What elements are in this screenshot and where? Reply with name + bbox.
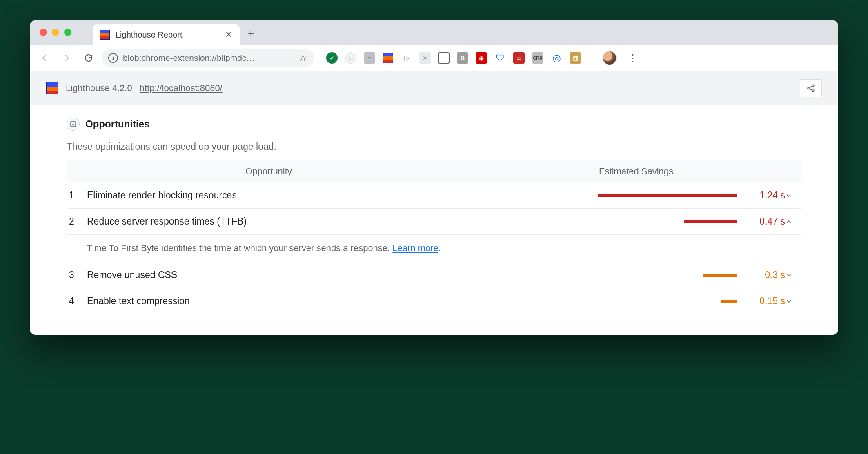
extension-icon[interactable]: ※ xyxy=(419,52,431,64)
opportunity-detail: Time To First Byte identifies the time a… xyxy=(67,235,801,262)
extension-icon[interactable]: {·} xyxy=(401,52,412,64)
close-window-button[interactable] xyxy=(40,29,47,36)
lighthouse-favicon-icon xyxy=(100,30,110,40)
extension-icon[interactable]: ✓ xyxy=(326,52,338,64)
extension-icon[interactable] xyxy=(438,52,450,64)
browser-toolbar: i blob:chrome-extension://blipmdc… ☆ ✓ ☺… xyxy=(30,45,838,71)
share-button[interactable] xyxy=(800,79,822,97)
extension-icon[interactable]: ◉ xyxy=(476,52,487,64)
tested-url-link[interactable]: http://localhost:8080/ xyxy=(140,83,223,93)
section-title: Opportunities xyxy=(85,118,149,130)
maximize-window-button[interactable] xyxy=(64,29,71,36)
column-opportunity: Opportunity xyxy=(67,160,471,182)
savings-bar-container xyxy=(593,194,740,197)
site-info-icon[interactable]: i xyxy=(108,53,118,63)
svg-point-1 xyxy=(808,87,810,89)
forward-button[interactable] xyxy=(58,49,76,67)
bookmark-star-icon[interactable]: ☆ xyxy=(298,52,307,64)
opportunity-title: Eliminate render-blocking resources xyxy=(87,190,593,201)
browser-tab[interactable]: Lighthouse Report ✕ xyxy=(93,24,240,45)
chevron-up-icon[interactable] xyxy=(785,218,801,225)
opportunity-row[interactable]: 4Enable text compression0.15 s xyxy=(67,288,801,314)
savings-bar-container xyxy=(593,300,740,303)
opportunities-icon xyxy=(67,118,80,131)
opportunity-row[interactable]: 3Remove unused CSS0.3 s xyxy=(67,262,801,288)
extension-icon[interactable]: ▦ xyxy=(570,52,581,64)
savings-bar xyxy=(684,220,737,223)
extension-icon[interactable]: 🛡 xyxy=(494,52,506,64)
savings-bar xyxy=(721,300,737,303)
savings-value: 0.15 s xyxy=(740,296,785,307)
url-text: blob:chrome-extension://blipmdc… xyxy=(123,53,255,63)
new-tab-button[interactable]: + xyxy=(248,27,254,40)
lighthouse-logo-icon xyxy=(46,82,58,94)
tab-strip: Lighthouse Report ✕ + xyxy=(30,20,838,45)
back-button[interactable] xyxy=(36,49,53,67)
savings-bar-container xyxy=(593,274,740,277)
row-index: 2 xyxy=(67,216,87,227)
extension-icon[interactable]: ☺ xyxy=(345,52,356,64)
tab-title: Lighthouse Report xyxy=(116,30,182,40)
chevron-down-icon[interactable] xyxy=(785,192,801,199)
opportunities-table-header: Opportunity Estimated Savings xyxy=(67,160,801,182)
report-content: Opportunities These optimizations can sp… xyxy=(30,105,838,335)
savings-bar xyxy=(703,274,737,277)
savings-bar xyxy=(598,194,737,197)
reload-button[interactable] xyxy=(80,49,98,67)
row-index: 4 xyxy=(67,296,87,307)
savings-bar-container xyxy=(593,220,740,223)
extension-icons: ✓ ☺ •• {·} ※ B ◉ 🛡 ▭ CRX ◎ ▦ ⋮ xyxy=(326,51,832,65)
close-tab-button[interactable]: ✕ xyxy=(225,29,232,40)
extension-icon[interactable]: CRX xyxy=(532,52,543,64)
row-index: 3 xyxy=(67,269,87,280)
profile-avatar[interactable] xyxy=(603,51,617,65)
learn-more-link[interactable]: Learn more xyxy=(392,243,438,253)
toolbar-separator xyxy=(592,51,592,65)
svg-point-0 xyxy=(812,85,814,87)
section-header: Opportunities xyxy=(67,118,801,131)
report-header: Lighthouse 4.2.0 http://localhost:8080/ xyxy=(30,71,838,105)
savings-value: 1.24 s xyxy=(740,190,785,201)
opportunity-row[interactable]: 2Reduce server response times (TTFB)0.47… xyxy=(67,209,801,235)
opportunities-list: 1Eliminate render-blocking resources1.24… xyxy=(67,182,801,314)
savings-value: 0.47 s xyxy=(740,216,785,227)
opportunity-title: Remove unused CSS xyxy=(87,269,593,280)
lighthouse-extension-icon[interactable] xyxy=(383,53,393,63)
chevron-down-icon[interactable] xyxy=(785,272,801,279)
browser-menu-button[interactable]: ⋮ xyxy=(624,52,642,64)
column-savings: Estimated Savings xyxy=(471,160,801,182)
row-index: 1 xyxy=(67,190,87,201)
section-description: These optimizations can speed up your pa… xyxy=(67,141,801,152)
chevron-down-icon[interactable] xyxy=(785,298,801,305)
minimize-window-button[interactable] xyxy=(52,29,59,36)
address-bar[interactable]: i blob:chrome-extension://blipmdc… ☆ xyxy=(102,49,314,67)
svg-point-2 xyxy=(812,90,814,92)
extension-icon[interactable]: ▭ xyxy=(513,52,525,64)
extension-icon[interactable]: ◎ xyxy=(551,52,562,64)
savings-value: 0.3 s xyxy=(740,269,785,280)
opportunity-row[interactable]: 1Eliminate render-blocking resources1.24… xyxy=(67,182,801,209)
browser-window: Lighthouse Report ✕ + i blob:chrome-exte… xyxy=(30,20,838,335)
app-version-label: Lighthouse 4.2.0 xyxy=(66,83,132,93)
detail-text: Time To First Byte identifies the time a… xyxy=(87,243,392,253)
extension-icon[interactable]: •• xyxy=(364,52,375,64)
extension-icon[interactable]: B xyxy=(457,52,468,64)
window-controls xyxy=(40,29,71,36)
opportunity-title: Reduce server response times (TTFB) xyxy=(87,216,593,227)
opportunity-title: Enable text compression xyxy=(87,296,593,307)
